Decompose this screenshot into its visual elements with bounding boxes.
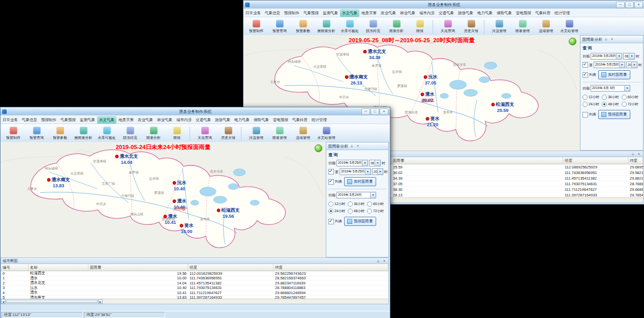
duration-radio[interactable]: 60小时 xyxy=(367,201,386,207)
minimize-button[interactable]: ─ xyxy=(361,108,370,115)
menu-tab[interactable]: 林业气象 xyxy=(155,116,174,124)
toolbar-button[interactable]: 水库可视化 xyxy=(338,20,361,34)
pin-icon[interactable]: ⊥ xyxy=(630,152,635,157)
menu-tab[interactable]: 气象信息 xyxy=(20,116,39,124)
station-label[interactable]: 澧水北支 14.04 xyxy=(115,153,138,165)
menu-tab[interactable]: 气象预报 xyxy=(301,9,321,17)
menu-tab[interactable]: 预报制作 xyxy=(39,116,58,124)
menu-tab[interactable]: 水文气象 xyxy=(340,9,359,17)
column-header[interactable]: 经度 xyxy=(563,157,628,164)
toolbar-button[interactable]: 流域管理 xyxy=(534,20,558,34)
menu-tab[interactable]: 电力气象 xyxy=(232,116,252,124)
station-label[interactable]: 沅水 10.40 xyxy=(173,180,187,191)
menu-tab[interactable]: 雷电预报 xyxy=(271,116,290,124)
table-close-icon[interactable]: × xyxy=(636,152,641,157)
menu-tab[interactable]: 交通气象 xyxy=(194,116,213,124)
panel-close-icon[interactable]: × xyxy=(355,143,360,149)
close-button[interactable]: × xyxy=(380,108,388,115)
toolbar-button[interactable]: 预警参数 xyxy=(48,127,72,140)
station-label[interactable]: 澧水北支 34.39 xyxy=(363,48,386,60)
realtime-rain-button[interactable]: 实时面雨量 xyxy=(344,177,376,186)
menu-tab[interactable]: 气象预报 xyxy=(58,116,78,124)
map-overview-button[interactable] xyxy=(569,38,576,45)
maximize-button[interactable]: □ xyxy=(625,2,634,8)
map-overview-button[interactable] xyxy=(315,144,322,152)
duration-radio[interactable]: 24小时 xyxy=(328,209,348,214)
menu-tab[interactable]: 监测气象 xyxy=(321,9,340,17)
forecast-rain-button[interactable]: 预报面雨量 xyxy=(344,217,376,226)
scroll-thumb[interactable] xyxy=(6,300,98,303)
menu-tab[interactable]: 地质灾害 xyxy=(359,9,379,17)
menu-tab[interactable]: 交通气象 xyxy=(437,9,456,17)
toolbar-button[interactable]: 河流管理 xyxy=(487,20,511,34)
station-label[interactable]: 澧水 10.41 xyxy=(164,213,177,225)
forecast-date-select[interactable]: 2019年 6月 4日▾ xyxy=(591,85,630,92)
column-header[interactable]: 纬度 xyxy=(628,157,643,164)
duration-radio[interactable]: 36小时 xyxy=(348,201,367,207)
column-header[interactable]: 名称 xyxy=(28,264,88,271)
toolbar-button[interactable]: 预警查询 xyxy=(25,127,48,140)
panel-header[interactable]: 面雨量分析 ⊥ × xyxy=(580,36,643,43)
column-header[interactable]: 纬度 xyxy=(273,264,388,271)
toolbar-button[interactable]: 雨情 xyxy=(165,127,189,140)
toolbar-button[interactable]: 历史灾情 xyxy=(217,127,240,140)
start-date-select[interactable]: 2019年 5月25日▾ xyxy=(591,53,622,60)
toolbar-button[interactable]: 预警制作 xyxy=(2,127,25,140)
toolbar-button[interactable]: 防汛特宽 xyxy=(118,127,142,140)
map-view[interactable]: 码头铺镇甘溪滩镇火连坡镇太青乡王家厂镇金罗镇盐井镇大堰垱镇中武乡梦溪镇涔南乡城头… xyxy=(1,142,326,257)
toolbar-button[interactable]: 面雨量分析 xyxy=(315,20,338,34)
column-header[interactable]: 经度 xyxy=(188,264,273,271)
table-close-icon[interactable]: × xyxy=(382,258,387,264)
list-checkbox[interactable] xyxy=(328,179,334,185)
menu-tab[interactable]: 气象信息 xyxy=(263,9,282,17)
menu-tab[interactable]: 农业气象 xyxy=(136,116,155,124)
duration-radio[interactable]: 72小时 xyxy=(367,209,386,214)
station-label[interactable]: 松滋西支 25.59 xyxy=(492,101,514,113)
menu-tab[interactable]: 农业气象 xyxy=(379,9,398,17)
list-checkbox[interactable] xyxy=(582,72,588,78)
station-label[interactable]: 澧水南支 13.83 xyxy=(47,177,70,188)
start-hour-select[interactable]: 08▾ xyxy=(369,160,381,166)
end-date-select[interactable]: 2019年 5月25日▾ xyxy=(340,168,371,175)
station-label[interactable]: 松滋西支 19.56 xyxy=(217,207,240,219)
column-header[interactable]: 编号 xyxy=(1,264,28,271)
duration-radio[interactable]: 24小时 xyxy=(582,102,602,107)
column-header[interactable]: 面雨量 xyxy=(88,264,188,271)
menu-tab[interactable]: 水文气象 xyxy=(97,116,116,124)
horizontal-scrollbar[interactable]: ◀ ▶ xyxy=(1,299,388,304)
station-label[interactable]: 资水 10.00 xyxy=(180,222,194,234)
toolbar-button[interactable]: 预警查询 xyxy=(268,20,291,34)
table-titlebar[interactable]: 城市断面 ⊥ × xyxy=(1,258,388,264)
duration-radio[interactable]: 48小时 xyxy=(348,209,367,214)
window-forecast[interactable]: 澧县业务制作系统 ─ □ × 日常业务气象信息预报制作气象预报监测气象水文气象地… xyxy=(0,107,390,318)
menu-tab[interactable]: 保险气象 xyxy=(252,116,271,124)
forecast-list-checkbox[interactable] xyxy=(328,219,334,224)
toolbar-button[interactable]: 雨量分析 xyxy=(385,20,408,34)
toolbar-button[interactable]: 灾点查询 xyxy=(193,127,217,140)
realtime-rain-button[interactable]: 实时面雨量 xyxy=(598,70,630,79)
toolbar-button[interactable]: 雨量管理 xyxy=(268,127,291,140)
pin-icon[interactable]: ⊥ xyxy=(603,37,608,42)
duration-radio[interactable]: 48小时 xyxy=(602,102,621,107)
toolbar-button[interactable]: 灾点查询 xyxy=(436,20,459,34)
end-enabled-checkbox[interactable] xyxy=(582,62,588,68)
menu-tab[interactable]: 气象科普 xyxy=(533,9,553,17)
station-label[interactable]: 沅水 37.05 xyxy=(424,74,438,85)
scroll-left-icon[interactable]: ◀ xyxy=(1,299,6,304)
end-hour-select[interactable]: 20▾ xyxy=(626,62,637,68)
menu-tab[interactable]: 旅游气象 xyxy=(456,9,475,17)
toolbar-button[interactable]: 预警制作 xyxy=(244,20,268,34)
toolbar-button[interactable] xyxy=(190,127,192,141)
duration-radio[interactable]: 12小时 xyxy=(328,201,348,207)
duration-radio[interactable]: 36小时 xyxy=(602,95,621,100)
end-hour-select[interactable]: 20▾ xyxy=(372,168,383,175)
toolbar-button[interactable]: 河流管理 xyxy=(244,127,268,140)
menu-tab[interactable]: 旅游气象 xyxy=(213,116,232,124)
toolbar-button[interactable]: 雨量分析 xyxy=(142,127,165,140)
menu-tab[interactable]: 日常业务 xyxy=(1,116,20,124)
menu-tab[interactable]: 城市内涝 xyxy=(174,116,194,124)
pin-icon[interactable]: ⊥ xyxy=(376,258,381,264)
toolbar-button[interactable] xyxy=(241,127,243,141)
toolbar-button[interactable]: 雨量管理 xyxy=(511,20,534,34)
toolbar-button[interactable] xyxy=(484,20,486,34)
